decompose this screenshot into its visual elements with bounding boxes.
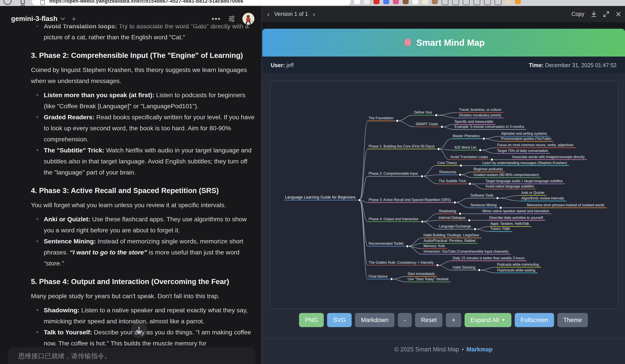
mindmap-node-pronunciation[interactable]: Pronunciation guides (YouTube) bbox=[500, 137, 553, 141]
mindmap-node-targetlang[interactable]: Target language audio + target language … bbox=[485, 179, 565, 184]
mindmap-node-phase1[interactable]: Phase 1: Building the Core (First 30 Day… bbox=[368, 144, 440, 150]
reset-button[interactable]: Reset bbox=[415, 313, 443, 327]
scroll-to-bottom-button[interactable] bbox=[131, 322, 147, 338]
mindmap-node-mindset[interactable]: Use "Start Today" mindset bbox=[407, 278, 451, 282]
mindmap-node-software[interactable]: Software Tools bbox=[470, 194, 499, 199]
mindmap-node-tandem[interactable]: Apps: Tandem, HelloTalk bbox=[489, 222, 531, 226]
open-fullscreen-icon[interactable] bbox=[603, 11, 609, 17]
mindmap-expand-dot[interactable] bbox=[460, 164, 462, 167]
mindmap-expand-dot[interactable] bbox=[459, 173, 462, 176]
panda-extension-icon[interactable] bbox=[412, 0, 418, 4]
mindmap-node-smartgoals[interactable]: SMART Goals bbox=[415, 122, 443, 128]
mindmap-node-audio[interactable]: Audio/Practical: Pimsleur, Babbel bbox=[423, 239, 478, 243]
mindmap-node-podcasts[interactable]: Beginner podcasts bbox=[473, 167, 505, 172]
mindmap-node-italki[interactable]: Tutors: iTalki bbox=[489, 227, 512, 231]
mindmap-node-daily15[interactable]: Daily 15 minutes is better than weekly 3… bbox=[452, 256, 527, 261]
mindmap-expand-dot[interactable] bbox=[421, 175, 423, 178]
acorn-extension-icon[interactable] bbox=[432, 0, 438, 4]
split-view-icon[interactable] bbox=[452, 0, 459, 5]
url-text[interactable]: https://open-webui.yangtzeaidata.site/c/… bbox=[49, 0, 243, 4]
chevron-down-icon[interactable] bbox=[61, 17, 65, 20]
mindmap-expand-dot[interactable] bbox=[396, 119, 399, 122]
mindmap-node-root[interactable]: Language Learning Guide for Beginners bbox=[284, 195, 361, 201]
theme-button[interactable]: Theme bbox=[557, 313, 588, 327]
mindmap-svg[interactable]: Language Learning Guide for BeginnersThe… bbox=[271, 81, 618, 308]
mindmap-expand-dot[interactable] bbox=[459, 213, 462, 215]
mindmap-node-describe[interactable]: Describe daily activities to yourself bbox=[488, 216, 545, 221]
mindmap-node-subtitle[interactable]: The Subtitle Trick bbox=[438, 179, 471, 185]
mindmap-node-example[interactable]: Example: 5-minute conversation in 3 mont… bbox=[454, 125, 527, 129]
mindmap-node-defineyour[interactable]: Define Your bbox=[413, 111, 437, 116]
mindmap-node-phase2[interactable]: Phase 2: Comprehensible Input bbox=[368, 172, 423, 178]
mindmap-node-mimic[interactable]: Mimic native speaker speed and intonatio… bbox=[482, 209, 551, 214]
mindmap-expand-dot[interactable] bbox=[358, 199, 361, 201]
mindmap-expand-dot[interactable] bbox=[482, 137, 485, 140]
mindmap-node-phase3[interactable]: Phase 3: Active Recall and Spaced Repeti… bbox=[368, 198, 456, 204]
svg-button[interactable]: SVG bbox=[327, 313, 352, 327]
mindmap-node-phonetics[interactable]: Master Phonetics bbox=[452, 134, 485, 140]
chat-input-bar[interactable]: 思维接口已就绪，请传输指令。 bbox=[8, 347, 255, 364]
monkey-extension-icon[interactable] bbox=[403, 0, 409, 4]
overflow-menu-icon[interactable]: ••• bbox=[212, 15, 221, 23]
-button[interactable]: - bbox=[398, 313, 412, 327]
mindmap-expand-dot[interactable] bbox=[469, 182, 471, 185]
reload-icon[interactable] bbox=[3, 0, 11, 5]
copy-button[interactable]: Copy bbox=[571, 11, 584, 17]
mindmap-node-resources[interactable]: Resources bbox=[438, 170, 462, 176]
mindmap-expand-dot[interactable] bbox=[441, 125, 443, 128]
mindmap-node-startnow[interactable]: Start immediately bbox=[407, 272, 437, 277]
mindmap-node-foundation[interactable]: The Foundation bbox=[368, 116, 399, 122]
pink-ca-extension-icon[interactable] bbox=[393, 0, 399, 4]
mindmap-node-habit[interactable]: Habit Building: Duolingo, LingoDeer bbox=[423, 233, 482, 238]
mindmap-node-specific[interactable]: Specific and measurable bbox=[454, 120, 496, 124]
mindmap-node-wordlist[interactable]: 625 Word List bbox=[454, 145, 482, 151]
circle-outline-icon[interactable] bbox=[484, 0, 491, 5]
mindmap-node-algo[interactable]: Algorithmic review intervals bbox=[521, 196, 566, 201]
mindmap-expand-dot[interactable] bbox=[454, 201, 456, 204]
download-icon[interactable] bbox=[591, 11, 597, 17]
mindmap-node-graded[interactable]: Graded readers (80-90% comprehension) bbox=[473, 173, 541, 178]
mindmap-node-mining[interactable]: Sentence Mining bbox=[470, 203, 502, 209]
download-outline-icon[interactable] bbox=[441, 0, 448, 5]
mindmap-expand-dot[interactable] bbox=[474, 228, 476, 230]
-button[interactable]: + bbox=[446, 313, 461, 327]
mindmap-node-toolkit[interactable]: Recommended Toolkit bbox=[368, 242, 409, 248]
profile-avatar-icon[interactable] bbox=[505, 0, 511, 4]
previous-version-icon[interactable]: ‹ bbox=[267, 11, 269, 17]
mindmap-canvas-panel[interactable]: Language Learning Guide for BeginnersThe… bbox=[270, 81, 618, 309]
mindmap-node-exchange[interactable]: Language Exchange bbox=[438, 224, 476, 230]
mindmap-expand-dot[interactable] bbox=[435, 114, 438, 116]
mindmap-node-shadowing[interactable]: Shadowing bbox=[438, 209, 462, 215]
mindmap-expand-dot[interactable] bbox=[491, 158, 493, 161]
markdown-button[interactable]: Markdown bbox=[355, 313, 395, 327]
notebook-extension-icon[interactable] bbox=[422, 0, 428, 4]
mindmap-expand-dot[interactable] bbox=[436, 264, 439, 267]
mindmap-expand-dot[interactable] bbox=[390, 278, 393, 280]
mindmap-node-anki[interactable]: Anki or Quizlet bbox=[521, 191, 547, 196]
red-v-extension-icon[interactable] bbox=[374, 0, 379, 4]
mindmap-expand-dot[interactable] bbox=[406, 245, 409, 248]
close-icon[interactable] bbox=[616, 11, 621, 17]
next-version-icon[interactable]: › bbox=[313, 11, 315, 17]
mindmap-node-associate[interactable]: Associate words with images/concepts dir… bbox=[511, 155, 587, 160]
mindmap-node-avoidloops[interactable]: Avoid Translation Loops bbox=[449, 155, 493, 161]
binoculars-icon[interactable] bbox=[364, 0, 370, 4]
scissors-icon[interactable] bbox=[495, 0, 501, 5]
mindmap-node-flashwait[interactable]: Flashcards while waiting bbox=[496, 268, 537, 273]
mindmap-node-memorize[interactable]: Memorize short phrases instead of isolat… bbox=[526, 203, 607, 208]
markmap-link[interactable]: Markmap bbox=[466, 346, 493, 353]
mindmap-node-golden[interactable]: The Golden Rule: Consistency > Intensity bbox=[368, 261, 439, 267]
fullscreen-button[interactable]: Fullscreen bbox=[515, 313, 554, 327]
address-bar[interactable]: https://open-webui.yangtzeaidata.site/c/… bbox=[32, 0, 351, 5]
mindmap-node-stacking[interactable]: Habit Stacking bbox=[452, 265, 481, 272]
mindmap-node-podcommute[interactable]: Podcasts while commuting bbox=[496, 263, 541, 267]
mindmap-expand-dot[interactable] bbox=[468, 219, 471, 222]
tab-groups-icon[interactable] bbox=[21, 0, 30, 4]
mindmap-node-target75[interactable]: Target 75% of daily conversation bbox=[496, 149, 550, 154]
cursor-icon[interactable] bbox=[463, 0, 470, 5]
mindmap-node-alphabet[interactable]: Alphabet and writing systems bbox=[500, 132, 549, 136]
mindmap-node-avoidnative[interactable]: Avoid native language subtitles bbox=[485, 184, 536, 189]
mindmap-node-immersion[interactable]: Immersion: YouTube (Comprehensible Input… bbox=[423, 250, 511, 254]
mindmap-node-final[interactable]: Final Advice bbox=[368, 275, 393, 280]
new-chat-icon[interactable]: + bbox=[72, 15, 76, 23]
